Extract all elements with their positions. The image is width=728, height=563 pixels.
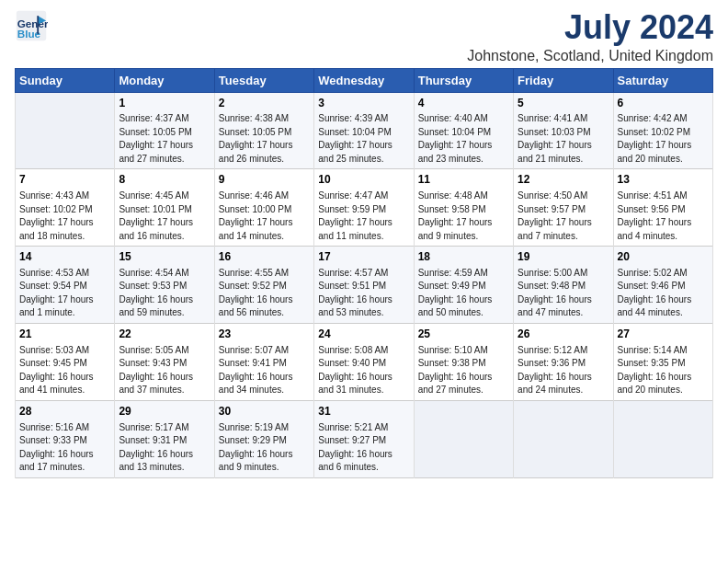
day-number: 21 xyxy=(19,327,110,342)
day-number: 28 xyxy=(19,404,110,419)
calendar-cell xyxy=(613,400,712,477)
day-number: 17 xyxy=(318,249,409,265)
cell-content: Sunrise: 5:21 AM Sunset: 9:27 PM Dayligh… xyxy=(318,421,409,475)
cell-content: Sunrise: 4:50 AM Sunset: 9:57 PM Dayligh… xyxy=(518,190,609,243)
col-header-saturday: Saturday xyxy=(613,68,712,92)
cell-content: Sunrise: 5:14 AM Sunset: 9:35 PM Dayligh… xyxy=(618,344,709,397)
day-number: 15 xyxy=(119,249,210,265)
calendar-cell: 19Sunrise: 5:00 AM Sunset: 9:48 PM Dayli… xyxy=(514,247,613,324)
day-number: 2 xyxy=(219,96,310,111)
day-number: 8 xyxy=(119,172,210,188)
calendar-cell: 2Sunrise: 4:38 AM Sunset: 10:05 PM Dayli… xyxy=(214,92,313,169)
calendar-cell xyxy=(16,92,115,169)
week-row-3: 14Sunrise: 4:53 AM Sunset: 9:54 PM Dayli… xyxy=(16,247,713,324)
calendar-cell xyxy=(514,400,613,477)
day-number: 26 xyxy=(518,327,609,342)
calendar-cell: 25Sunrise: 5:10 AM Sunset: 9:38 PM Dayli… xyxy=(414,323,513,400)
calendar-cell: 17Sunrise: 4:57 AM Sunset: 9:51 PM Dayli… xyxy=(314,247,414,324)
day-number: 16 xyxy=(219,249,310,265)
calendar-table: SundayMondayTuesdayWednesdayThursdayFrid… xyxy=(15,68,713,478)
calendar-cell: 22Sunrise: 5:05 AM Sunset: 9:43 PM Dayli… xyxy=(115,323,214,400)
calendar-cell: 20Sunrise: 5:02 AM Sunset: 9:46 PM Dayli… xyxy=(613,247,712,324)
day-number: 31 xyxy=(318,404,409,419)
calendar-cell: 18Sunrise: 4:59 AM Sunset: 9:49 PM Dayli… xyxy=(414,247,513,324)
day-number: 27 xyxy=(618,327,709,342)
cell-content: Sunrise: 5:10 AM Sunset: 9:38 PM Dayligh… xyxy=(418,344,509,397)
day-number: 13 xyxy=(618,172,709,188)
calendar-cell: 6Sunrise: 4:42 AM Sunset: 10:02 PM Dayli… xyxy=(613,92,712,169)
calendar-cell: 5Sunrise: 4:41 AM Sunset: 10:03 PM Dayli… xyxy=(514,92,613,169)
day-number: 18 xyxy=(418,249,509,265)
day-number: 10 xyxy=(318,172,409,188)
logo-icon: General Blue xyxy=(15,9,48,42)
calendar-cell: 11Sunrise: 4:48 AM Sunset: 9:58 PM Dayli… xyxy=(414,169,513,247)
logo: General Blue xyxy=(15,9,48,42)
calendar-cell: 12Sunrise: 4:50 AM Sunset: 9:57 PM Dayli… xyxy=(514,169,613,247)
day-number: 29 xyxy=(119,404,210,419)
day-number: 30 xyxy=(219,404,310,419)
day-number: 12 xyxy=(518,172,609,188)
calendar-cell: 16Sunrise: 4:55 AM Sunset: 9:52 PM Dayli… xyxy=(214,247,313,324)
cell-content: Sunrise: 5:07 AM Sunset: 9:41 PM Dayligh… xyxy=(219,344,310,397)
day-number: 25 xyxy=(418,327,509,342)
cell-content: Sunrise: 4:46 AM Sunset: 10:00 PM Daylig… xyxy=(219,190,310,243)
cell-content: Sunrise: 5:12 AM Sunset: 9:36 PM Dayligh… xyxy=(518,344,609,397)
cell-content: Sunrise: 5:16 AM Sunset: 9:33 PM Dayligh… xyxy=(19,421,110,475)
cell-content: Sunrise: 4:45 AM Sunset: 10:01 PM Daylig… xyxy=(119,190,210,243)
cell-content: Sunrise: 4:38 AM Sunset: 10:05 PM Daylig… xyxy=(219,112,310,166)
calendar-cell: 9Sunrise: 4:46 AM Sunset: 10:00 PM Dayli… xyxy=(214,169,313,247)
week-row-1: 1Sunrise: 4:37 AM Sunset: 10:05 PM Dayli… xyxy=(16,92,713,169)
day-number: 24 xyxy=(318,327,409,342)
header-row: SundayMondayTuesdayWednesdayThursdayFrid… xyxy=(16,68,713,92)
cell-content: Sunrise: 5:00 AM Sunset: 9:48 PM Dayligh… xyxy=(518,267,609,320)
calendar-cell: 3Sunrise: 4:39 AM Sunset: 10:04 PM Dayli… xyxy=(314,92,414,169)
day-number: 4 xyxy=(418,96,509,111)
calendar-cell: 10Sunrise: 4:47 AM Sunset: 9:59 PM Dayli… xyxy=(314,169,414,247)
month-year: July 2024 xyxy=(467,9,713,46)
calendar-cell: 13Sunrise: 4:51 AM Sunset: 9:56 PM Dayli… xyxy=(613,169,712,247)
page: General Blue July 2024 Johnstone, Scotla… xyxy=(0,0,728,488)
cell-content: Sunrise: 4:51 AM Sunset: 9:56 PM Dayligh… xyxy=(618,190,709,243)
day-number: 20 xyxy=(618,249,709,265)
calendar-cell: 28Sunrise: 5:16 AM Sunset: 9:33 PM Dayli… xyxy=(16,400,115,477)
day-number: 5 xyxy=(518,96,609,111)
calendar-cell: 15Sunrise: 4:54 AM Sunset: 9:53 PM Dayli… xyxy=(115,247,214,324)
day-number: 3 xyxy=(318,96,409,111)
day-number: 1 xyxy=(119,96,210,111)
cell-content: Sunrise: 4:43 AM Sunset: 10:02 PM Daylig… xyxy=(19,190,110,243)
day-number: 11 xyxy=(418,172,509,188)
calendar-cell: 1Sunrise: 4:37 AM Sunset: 10:05 PM Dayli… xyxy=(115,92,214,169)
col-header-friday: Friday xyxy=(514,68,613,92)
cell-content: Sunrise: 5:02 AM Sunset: 9:46 PM Dayligh… xyxy=(618,267,709,320)
cell-content: Sunrise: 5:17 AM Sunset: 9:31 PM Dayligh… xyxy=(119,421,210,475)
week-row-4: 21Sunrise: 5:03 AM Sunset: 9:45 PM Dayli… xyxy=(16,323,713,400)
week-row-5: 28Sunrise: 5:16 AM Sunset: 9:33 PM Dayli… xyxy=(16,400,713,477)
col-header-thursday: Thursday xyxy=(414,68,513,92)
cell-content: Sunrise: 4:59 AM Sunset: 9:49 PM Dayligh… xyxy=(418,267,509,320)
day-number: 19 xyxy=(518,249,609,265)
cell-content: Sunrise: 5:03 AM Sunset: 9:45 PM Dayligh… xyxy=(19,344,110,397)
calendar-cell: 7Sunrise: 4:43 AM Sunset: 10:02 PM Dayli… xyxy=(16,169,115,247)
week-row-2: 7Sunrise: 4:43 AM Sunset: 10:02 PM Dayli… xyxy=(16,169,713,247)
cell-content: Sunrise: 4:53 AM Sunset: 9:54 PM Dayligh… xyxy=(19,267,110,320)
cell-content: Sunrise: 4:41 AM Sunset: 10:03 PM Daylig… xyxy=(518,112,609,166)
cell-content: Sunrise: 5:08 AM Sunset: 9:40 PM Dayligh… xyxy=(318,344,409,397)
calendar-cell: 14Sunrise: 4:53 AM Sunset: 9:54 PM Dayli… xyxy=(16,247,115,324)
cell-content: Sunrise: 4:54 AM Sunset: 9:53 PM Dayligh… xyxy=(119,267,210,320)
day-number: 7 xyxy=(19,172,110,188)
title-block: July 2024 Johnstone, Scotland, United Ki… xyxy=(467,9,713,64)
calendar-cell: 26Sunrise: 5:12 AM Sunset: 9:36 PM Dayli… xyxy=(514,323,613,400)
location: Johnstone, Scotland, United Kingdom xyxy=(467,48,713,64)
calendar-cell xyxy=(414,400,513,477)
day-number: 14 xyxy=(19,249,110,265)
col-header-wednesday: Wednesday xyxy=(314,68,414,92)
header: General Blue July 2024 Johnstone, Scotla… xyxy=(15,9,713,64)
calendar-cell: 27Sunrise: 5:14 AM Sunset: 9:35 PM Dayli… xyxy=(613,323,712,400)
cell-content: Sunrise: 4:39 AM Sunset: 10:04 PM Daylig… xyxy=(318,112,409,166)
day-number: 22 xyxy=(119,327,210,342)
day-number: 6 xyxy=(618,96,709,111)
cell-content: Sunrise: 4:48 AM Sunset: 9:58 PM Dayligh… xyxy=(418,190,509,243)
calendar-cell: 29Sunrise: 5:17 AM Sunset: 9:31 PM Dayli… xyxy=(115,400,214,477)
cell-content: Sunrise: 4:42 AM Sunset: 10:02 PM Daylig… xyxy=(618,112,709,166)
cell-content: Sunrise: 4:37 AM Sunset: 10:05 PM Daylig… xyxy=(119,112,210,166)
